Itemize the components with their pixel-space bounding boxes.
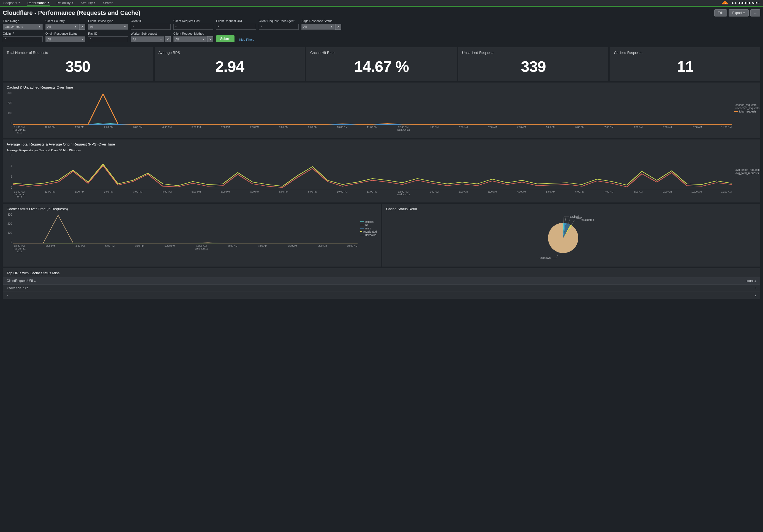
kpi-value: 2.94 (159, 57, 301, 75)
legend-item[interactable]: miss (360, 227, 377, 230)
filter-client-request-user-agent: Client Request User Agent (259, 19, 299, 30)
hide-filters-link[interactable]: Hide Filters (239, 38, 254, 43)
legend-item[interactable]: cached_requests (734, 103, 756, 107)
nav-item-snapshot[interactable]: Snapshot▼ (3, 0, 21, 6)
filter-origin-response-status: Origin Response StatusAll▼ (46, 32, 85, 43)
panel-rps-over-time: Average Total Requests & Average Origin … (3, 139, 760, 203)
filter-label: Origin Response Status (46, 32, 85, 35)
brand-text: CLOUDFLARE (732, 1, 760, 5)
y-axis: 3002001000 (7, 213, 13, 243)
nav-item-security[interactable]: Security▼ (80, 0, 96, 6)
filter-input[interactable] (216, 24, 256, 30)
legend-item[interactable]: expired (360, 220, 377, 223)
clear-icon[interactable]: ✕ (207, 36, 213, 43)
svg-text:revalidated: revalidated (581, 219, 594, 222)
filter-input[interactable] (3, 36, 43, 43)
filter-input[interactable] (131, 24, 171, 30)
filter-label: Origin IP (3, 32, 43, 35)
legend-item[interactable]: hit (360, 223, 377, 227)
chevron-down-icon: ▼ (74, 26, 77, 28)
panel-top-uris: Top URIs with Cache Status Miss ClientRe… (3, 268, 760, 299)
clear-icon[interactable]: ✕ (335, 24, 341, 30)
filter-input[interactable] (259, 24, 299, 30)
chart-legend: expiredhitmissrevalidatedunknown (358, 213, 377, 243)
kpi-card[interactable]: Cache Hit Rate14.67 % (306, 47, 457, 81)
edit-button[interactable]: Edit (714, 9, 727, 17)
filter-client-ip: Client IP (131, 19, 171, 30)
chart-plot[interactable] (13, 153, 732, 189)
kpi-value: 350 (7, 57, 149, 75)
table-row[interactable]: /favicon.ico3 (3, 285, 760, 292)
panel-cache-status-over-time: Cache Status Over Time (in Requests) 300… (3, 204, 381, 267)
panel-title: Cache Status Over Time (in Requests) (7, 207, 377, 211)
legend-item[interactable]: unknown (360, 233, 377, 236)
chevron-down-icon: ▼ (331, 26, 333, 28)
chevron-down-icon: ▼ (160, 38, 162, 41)
export-button[interactable]: Export▼ (728, 9, 749, 17)
kpi-row: Total Number of Requests350Average RPS2.… (0, 47, 763, 81)
table-row[interactable]: /2 (3, 292, 760, 299)
svg-text:unknown: unknown (539, 256, 551, 259)
panel-title: Cache Status Ratio (386, 207, 756, 211)
chevron-down-icon: ▼ (81, 38, 83, 41)
kpi-card[interactable]: Uncached Requests339 (458, 47, 608, 81)
top-nav-bar: Snapshot▼Performance▼Reliability▼Securit… (0, 0, 763, 7)
kpi-card[interactable]: Average RPS2.94 (155, 47, 305, 81)
x-axis: 11:00 AMTue Jun 11201912:00 PM1:00 PM2:0… (13, 126, 732, 134)
panel-title: Cached & Uncached Requests Over Time (7, 85, 756, 89)
panel-title: Top URIs with Cache Status Miss (3, 271, 760, 275)
legend-item[interactable]: revalidated (360, 230, 377, 233)
filter-label: Edge Response Status (301, 19, 341, 23)
chart-legend: cached_requestsuncached_requeststotal_re… (732, 92, 756, 125)
pie-chart[interactable]: expiredhitmissrevalidatedunknown (386, 213, 756, 263)
kpi-card[interactable]: Cached Requests11 (610, 47, 760, 81)
filter-time-range: Time RangeLast 24 hours▼ (3, 19, 43, 30)
filter-select[interactable]: All▼ (46, 24, 79, 30)
y-axis: 6420 (7, 153, 13, 189)
legend-item[interactable]: avg_total_requests (734, 172, 756, 175)
chevron-down-icon: ▼ (71, 2, 74, 4)
filter-client-request-method: Client Request MethodAll▼✕ (173, 32, 213, 43)
filter-select[interactable]: All▼ (173, 36, 207, 43)
sort-icon: ◆ (754, 280, 756, 283)
filter-select[interactable]: All▼ (46, 36, 85, 43)
filter-select[interactable]: All▼ (88, 24, 128, 30)
page-title: Cloudflare - Performance (Requests and C… (3, 9, 140, 17)
kpi-card[interactable]: Total Number of Requests350 (3, 47, 153, 81)
clear-icon[interactable]: ✕ (164, 36, 171, 43)
nav-item-performance[interactable]: Performance▼ (27, 1, 50, 6)
filter-select[interactable]: All▼ (301, 24, 335, 30)
filter-label: Ray ID (88, 32, 128, 35)
kpi-value: 14.67 % (310, 57, 453, 75)
chart-plot[interactable] (13, 213, 358, 243)
legend-item[interactable]: uncached_requests (734, 107, 756, 110)
legend-item[interactable]: avg_origin_requests (734, 168, 756, 171)
filter-label: Client Request Host (173, 19, 213, 23)
filter-label: Worker Subrequest (131, 32, 171, 35)
filter-label: Client Device Type (88, 19, 128, 23)
filter-label: Client Request Method (173, 32, 213, 35)
table-header[interactable]: count◆ (507, 277, 760, 285)
nav-item-reliability[interactable]: Reliability▼ (56, 0, 74, 6)
more-button[interactable]: ... (750, 9, 760, 17)
kpi-label: Total Number of Requests (7, 50, 149, 55)
filter-input[interactable] (88, 36, 128, 43)
panel-requests-over-time: Cached & Uncached Requests Over Time 300… (3, 83, 760, 138)
chart-legend: avg_origin_requestsavg_total_requests (732, 153, 756, 189)
table-header[interactable]: ClientRequestURI◆ (3, 277, 507, 285)
filter-select[interactable]: All▼ (131, 36, 164, 43)
legend-item[interactable]: total_requests (734, 110, 756, 113)
submit-button[interactable]: Submit (216, 35, 235, 43)
filter-client-request-host: Client Request Host (173, 19, 213, 30)
chevron-down-icon: ▼ (203, 38, 205, 41)
chevron-down-icon: ▼ (124, 26, 126, 28)
page-header: Cloudflare - Performance (Requests and C… (0, 7, 763, 19)
panel-cache-status-ratio: Cache Status Ratio expiredhitmissrevalid… (382, 204, 760, 267)
nav-item-search[interactable]: Search (102, 0, 114, 6)
filter-label: Client Request User Agent (259, 19, 299, 23)
filter-select[interactable]: Last 24 hours▼ (3, 24, 43, 30)
filter-input[interactable] (173, 24, 213, 30)
clear-icon[interactable]: ✕ (79, 24, 85, 30)
filter-ray-id: Ray ID (88, 32, 128, 43)
chart-plot[interactable] (13, 92, 732, 125)
